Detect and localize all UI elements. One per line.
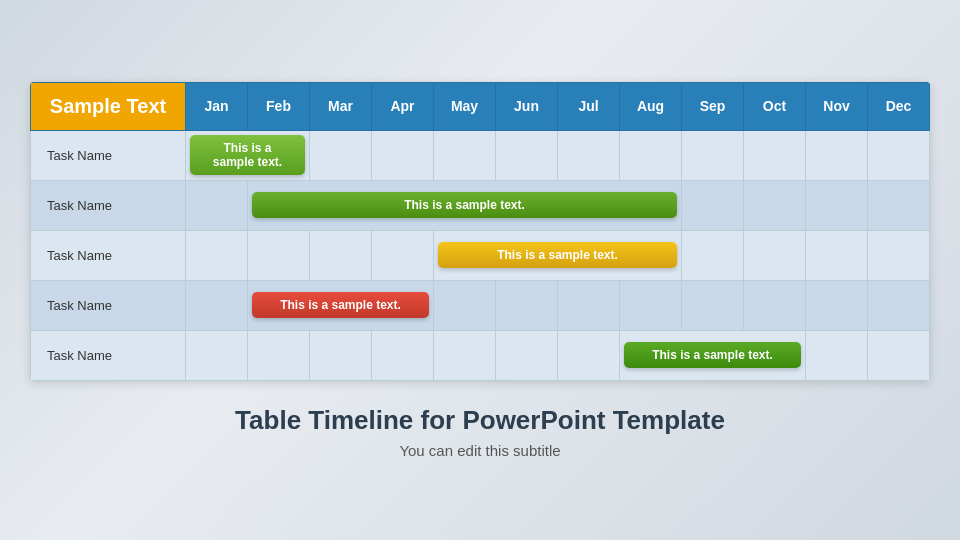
empty-cell	[434, 330, 496, 380]
header-mar: Mar	[310, 82, 372, 130]
header-may: May	[434, 82, 496, 130]
task-label: Task Name	[31, 130, 186, 180]
empty-cell	[496, 130, 558, 180]
header-aug: Aug	[620, 82, 682, 130]
empty-cell	[434, 280, 496, 330]
header-dec: Dec	[868, 82, 930, 130]
table-row: Task NameThis is a sample text.	[31, 130, 930, 180]
empty-cell	[682, 130, 744, 180]
empty-cell	[682, 180, 744, 230]
gantt-bar: This is a sample text.	[190, 135, 305, 175]
empty-cell	[620, 280, 682, 330]
bar-cell: This is a sample text.	[248, 180, 682, 230]
empty-cell	[868, 130, 930, 180]
bar-cell: This is a sample text.	[620, 330, 806, 380]
empty-cell	[806, 130, 868, 180]
header-sep: Sep	[682, 82, 744, 130]
header-feb: Feb	[248, 82, 310, 130]
gantt-bar: This is a sample text.	[438, 242, 677, 268]
task-label: Task Name	[31, 180, 186, 230]
empty-cell	[310, 230, 372, 280]
empty-cell	[558, 130, 620, 180]
gantt-table: Sample Text Jan Feb Mar Apr May Jun Jul …	[30, 82, 930, 381]
table-row: Task NameThis is a sample text.	[31, 230, 930, 280]
empty-cell	[806, 180, 868, 230]
empty-cell	[496, 330, 558, 380]
gantt-bar: This is a sample text.	[624, 342, 801, 368]
empty-cell	[744, 230, 806, 280]
empty-cell	[868, 180, 930, 230]
header-jan: Jan	[186, 82, 248, 130]
footer-subtitle: You can edit this subtitle	[235, 442, 725, 459]
empty-cell	[248, 230, 310, 280]
empty-cell	[744, 280, 806, 330]
empty-cell	[620, 130, 682, 180]
empty-cell	[186, 180, 248, 230]
header-jul: Jul	[558, 82, 620, 130]
gantt-bar: This is a sample text.	[252, 292, 429, 318]
empty-cell	[310, 330, 372, 380]
empty-cell	[558, 280, 620, 330]
empty-cell	[806, 230, 868, 280]
footer-section: Table Timeline for PowerPoint Template Y…	[235, 405, 725, 459]
empty-cell	[248, 330, 310, 380]
gantt-body: Task NameThis is a sample text.Task Name…	[31, 130, 930, 380]
empty-cell	[682, 280, 744, 330]
empty-cell	[186, 230, 248, 280]
empty-cell	[186, 280, 248, 330]
empty-cell	[682, 230, 744, 280]
empty-cell	[868, 280, 930, 330]
empty-cell	[744, 130, 806, 180]
header-row: Sample Text Jan Feb Mar Apr May Jun Jul …	[31, 82, 930, 130]
header-nov: Nov	[806, 82, 868, 130]
empty-cell	[372, 130, 434, 180]
header-oct: Oct	[744, 82, 806, 130]
bar-cell: This is a sample text.	[434, 230, 682, 280]
empty-cell	[868, 330, 930, 380]
gantt-wrapper: Sample Text Jan Feb Mar Apr May Jun Jul …	[30, 82, 930, 381]
task-label: Task Name	[31, 330, 186, 380]
bar-cell: This is a sample text.	[248, 280, 434, 330]
table-row: Task NameThis is a sample text.	[31, 330, 930, 380]
empty-cell	[496, 280, 558, 330]
empty-cell	[744, 180, 806, 230]
empty-cell	[372, 230, 434, 280]
empty-cell	[434, 130, 496, 180]
task-label: Task Name	[31, 280, 186, 330]
header-apr: Apr	[372, 82, 434, 130]
empty-cell	[806, 330, 868, 380]
table-row: Task NameThis is a sample text.	[31, 180, 930, 230]
empty-cell	[868, 230, 930, 280]
empty-cell	[310, 130, 372, 180]
header-jun: Jun	[496, 82, 558, 130]
gantt-bar: This is a sample text.	[252, 192, 677, 218]
task-label: Task Name	[31, 230, 186, 280]
table-row: Task NameThis is a sample text.	[31, 280, 930, 330]
empty-cell	[806, 280, 868, 330]
header-label: Sample Text	[31, 82, 186, 130]
bar-cell: This is a sample text.	[186, 130, 310, 180]
footer-title: Table Timeline for PowerPoint Template	[235, 405, 725, 436]
empty-cell	[372, 330, 434, 380]
empty-cell	[558, 330, 620, 380]
empty-cell	[186, 330, 248, 380]
